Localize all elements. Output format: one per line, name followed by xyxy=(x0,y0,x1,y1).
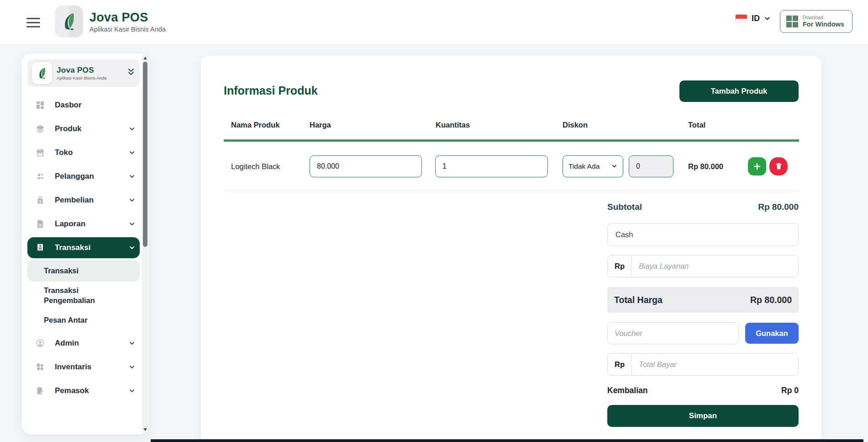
column-header-kuantitas: Kuantitas xyxy=(436,121,470,129)
subtotal-row: Subtotal Rp 80.000 xyxy=(607,202,799,212)
add-product-button[interactable]: Tambah Produk xyxy=(679,80,799,102)
plus-icon xyxy=(753,162,761,170)
package-icon xyxy=(35,124,46,133)
app-brand: Jova POS Aplikasi Kasir Bisnis Anda xyxy=(55,5,166,37)
change-label: Kembalian xyxy=(607,386,648,395)
product-name: Logitech Black xyxy=(231,162,280,170)
total-price-band: Total Harga Rp 80.000 xyxy=(607,287,799,313)
hamburger-menu-icon[interactable] xyxy=(26,15,42,29)
service-fee-field: Rp xyxy=(607,255,799,277)
customers-icon xyxy=(35,172,46,181)
change-row: Kembalian Rp 0 xyxy=(607,386,799,395)
currency-prefix: Rp xyxy=(608,256,632,277)
service-fee-input[interactable] xyxy=(632,256,798,277)
voucher-input[interactable] xyxy=(607,322,739,344)
sidebar-subitem-transaksi[interactable]: Transaksi xyxy=(27,260,140,282)
sidebar-item-label: Transaksi xyxy=(55,243,90,252)
chevron-down-icon xyxy=(129,221,135,227)
sidebar-subitem-label: Transaksi Pengembalian xyxy=(44,285,119,306)
chevron-down-icon xyxy=(129,245,135,251)
scrollbar-thumb[interactable] xyxy=(143,62,147,247)
subtotal-label: Subtotal xyxy=(607,202,642,212)
column-header-diskon: Diskon xyxy=(563,121,588,129)
product-info-panel: Informasi Produk Tambah Produk Nama Prod… xyxy=(201,56,821,442)
purchase-bag-icon: $ xyxy=(35,196,46,205)
sidebar-item-label: Dasbor xyxy=(55,101,82,110)
chevron-down-icon xyxy=(129,126,135,132)
sidebar-item-transaksi[interactable]: $ Transaksi xyxy=(27,237,140,258)
subtotal-value: Rp 80.000 xyxy=(758,202,799,212)
use-voucher-button[interactable]: Gunakan xyxy=(745,323,799,344)
column-header-total: Total xyxy=(688,121,705,129)
sidebar-item-label: Produk xyxy=(55,124,82,133)
inventory-icon xyxy=(35,362,46,372)
chevron-down-icon xyxy=(129,173,135,180)
sidebar-item-pelanggan[interactable]: Pelanggan xyxy=(27,165,140,188)
jova-pos-logo-icon xyxy=(55,5,83,37)
footer-edge xyxy=(151,439,863,442)
supplier-icon xyxy=(35,386,46,395)
language-code: ID xyxy=(752,14,760,23)
scrollbar-up-arrow-icon[interactable] xyxy=(143,57,147,59)
chevron-down-icon xyxy=(129,388,135,394)
receipt-icon: $ xyxy=(35,243,46,252)
double-chevron-collapse-icon[interactable] xyxy=(127,68,135,79)
trash-icon xyxy=(775,162,783,170)
total-pay-field: Rp xyxy=(607,353,799,376)
sidebar-app-tagline: Aplikasi Kasir Bisnis Anda xyxy=(57,75,106,80)
app-tagline: Aplikasi Kasir Bisnis Anda xyxy=(89,26,166,33)
currency-prefix: Rp xyxy=(608,354,632,375)
save-button[interactable]: Simpan xyxy=(607,405,799,427)
app-title: Jova POS xyxy=(89,11,166,25)
admin-icon xyxy=(35,339,46,348)
change-value: Rp 0 xyxy=(781,386,799,395)
app-screen: Jova POS Aplikasi Kasir Bisnis Anda ID D… xyxy=(0,0,868,442)
add-row-button[interactable] xyxy=(748,157,766,176)
chevron-down-icon xyxy=(764,15,771,22)
delete-row-button[interactable] xyxy=(769,157,788,176)
language-selector[interactable]: ID xyxy=(735,14,771,23)
sidebar-item-produk[interactable]: Produk xyxy=(27,117,140,141)
sidebar-item-label: Inventaris xyxy=(55,362,91,372)
jova-pos-logo-icon xyxy=(32,62,52,84)
sidebar-item-label: Pemasok xyxy=(55,386,89,395)
price-input[interactable] xyxy=(310,155,422,177)
product-table-row: Logitech Black Tidak Ada Rp 80.000 xyxy=(224,142,799,191)
sidebar-subitem-pesan-antar[interactable]: Pesan Antar xyxy=(27,309,140,331)
voucher-row: Gunakan xyxy=(607,322,799,344)
row-total: Rp 80.000 xyxy=(688,162,723,170)
quantity-input[interactable] xyxy=(435,155,548,177)
payment-method-value: Cash xyxy=(615,230,633,239)
sidebar-item-admin[interactable]: Admin xyxy=(27,331,140,355)
download-windows-button[interactable]: Download For Windows xyxy=(780,10,852,33)
chevron-down-icon xyxy=(611,163,617,169)
sidebar-brand-card[interactable]: Jova POS Aplikasi Kasir Bisnis Anda xyxy=(27,59,140,87)
sidebar-item-toko[interactable]: Toko xyxy=(27,141,140,165)
store-icon xyxy=(35,148,46,157)
discount-type-select[interactable]: Tidak Ada xyxy=(563,155,623,177)
column-header-nama-produk: Nama Produk xyxy=(231,121,279,129)
svg-text:$: $ xyxy=(39,244,41,248)
total-price-value: Rp 80.000 xyxy=(750,295,792,305)
chevron-down-icon xyxy=(129,197,135,203)
indonesia-flag-icon xyxy=(735,14,747,23)
sidebar-item-label: Toko xyxy=(55,148,73,157)
sidebar-scrollbar[interactable] xyxy=(142,54,148,433)
sidebar-item-dasbor[interactable]: Dasbor xyxy=(27,93,140,117)
payment-method-select[interactable]: Cash xyxy=(607,223,799,246)
sidebar-item-inventaris[interactable]: Inventaris xyxy=(27,355,140,379)
sidebar-item-pemasok[interactable]: Pemasok xyxy=(27,379,140,403)
sidebar-subitem-transaksi-pengembalian[interactable]: Transaksi Pengembalian xyxy=(27,282,123,309)
discount-value-input[interactable] xyxy=(629,155,673,177)
sidebar-item-laporan[interactable]: Laporan xyxy=(27,212,140,236)
sidebar-item-pembelian[interactable]: $ Pembelian xyxy=(27,188,140,212)
sidebar-item-label: Laporan xyxy=(55,219,85,229)
report-icon xyxy=(35,219,46,229)
scrollbar-down-arrow-icon[interactable] xyxy=(143,428,147,431)
total-pay-input[interactable] xyxy=(632,354,798,375)
sidebar-item-label: Admin xyxy=(55,339,79,348)
sidebar-app-title: Jova POS xyxy=(57,66,106,75)
column-header-harga: Harga xyxy=(310,121,331,129)
total-price-label: Total Harga xyxy=(614,295,663,305)
sidebar-subitem-label: Transaksi xyxy=(44,266,79,275)
